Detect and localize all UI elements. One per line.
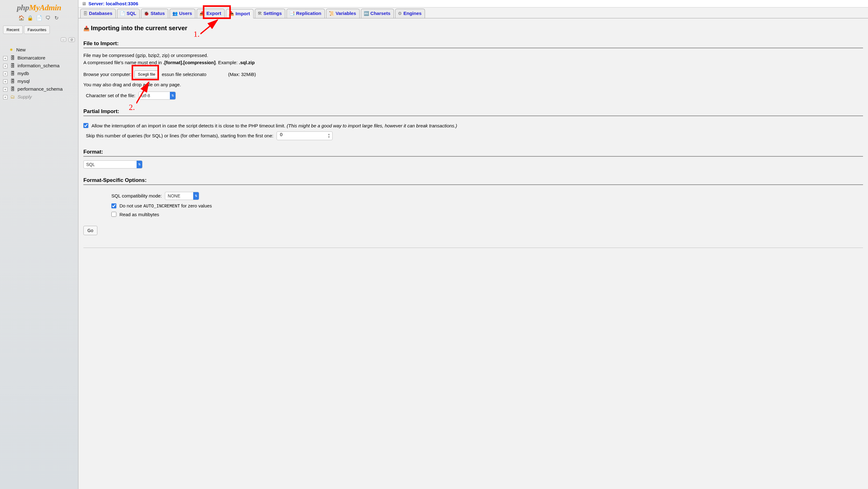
expand-icon[interactable]: + <box>3 71 7 76</box>
tab-sql[interactable]: 📄SQL <box>117 9 140 18</box>
charset-select[interactable]: utf-8 ⇅ <box>138 92 176 100</box>
auto-increment-checkbox[interactable] <box>112 203 116 208</box>
section-head-partial: Partial Import: <box>83 108 863 115</box>
file-import-desc: File may be compressed (gzip, bzip2, zip… <box>83 52 863 66</box>
tree-item-biomarcatore[interactable]: + 🗄 Biomarcatore <box>3 54 78 62</box>
query-icon[interactable]: 🗨 <box>45 15 51 21</box>
logo-php: php <box>17 3 29 12</box>
engines-icon: ⚙ <box>398 11 402 16</box>
stepper-icon[interactable]: ▲▼ <box>328 133 331 139</box>
allow-interrupt-label: Allow the interruption of an import in c… <box>91 123 287 128</box>
allow-interrupt-checkbox[interactable] <box>83 123 88 128</box>
server-bar[interactable]: 🖥 Server: localhost:3306 <box>79 0 868 7</box>
logo-admin: Admin <box>39 3 61 12</box>
main-panel: 🖥 Server: localhost:3306 🗄Databases 📄SQL… <box>79 0 868 489</box>
charset-label: Character set of the file: <box>86 93 135 98</box>
collapse-link-icon[interactable]: ⊘ <box>68 37 75 42</box>
import-icon: 📥 <box>83 26 90 31</box>
auto-increment-label: Do not use AUTO_INCREMENT for zero value… <box>120 203 212 209</box>
tab-variables[interactable]: 📜Variables <box>326 9 360 18</box>
multibytes-checkbox[interactable] <box>112 212 116 217</box>
expand-icon[interactable]: + <box>3 87 7 92</box>
drag-drop-note: You may also drag and drop a file on any… <box>83 81 863 88</box>
variables-icon: 📜 <box>329 11 334 16</box>
logout-icon[interactable]: 🔒 <box>27 15 33 21</box>
tab-status[interactable]: 🐞Status <box>141 9 168 18</box>
settings-icon: 🛠 <box>257 11 262 16</box>
expand-icon[interactable]: + <box>3 80 7 84</box>
browse-label: Browse your computer: <box>83 71 131 77</box>
section-partial-import: Partial Import: Allow the interruption o… <box>83 108 863 140</box>
section-head-file-import: File to Import: <box>83 40 863 47</box>
tab-engines[interactable]: ⚙Engines <box>395 9 425 18</box>
section-format: Format: SQL ⇅ <box>83 149 863 169</box>
db-icon: 🗄 <box>10 79 15 84</box>
tree-item-performance-schema[interactable]: + 🗄 performance_schema <box>3 85 78 93</box>
tab-export[interactable]: 📤Export <box>197 9 225 18</box>
db-tree: ✷ New + 🗄 Biomarcatore + 🗄 information_s… <box>0 44 78 100</box>
export-icon: 📤 <box>199 11 205 16</box>
skip-number-input[interactable]: 0 ▲▼ <box>277 132 333 140</box>
logo-my: My <box>29 3 39 12</box>
docs-icon[interactable]: 📄 <box>36 15 42 21</box>
import-icon: 📥 <box>229 11 234 16</box>
compat-select[interactable]: NONE ⇅ <box>165 192 199 200</box>
favourites-button[interactable]: Favourites <box>24 26 50 34</box>
no-file-selected: essun file selezionato <box>162 71 206 77</box>
tab-settings[interactable]: 🛠Settings <box>255 9 285 18</box>
tree-item-mysql[interactable]: + 🗄 mysql <box>3 77 78 85</box>
server-icon: 🖥 <box>81 1 87 6</box>
home-icon[interactable]: 🏠 <box>18 15 25 21</box>
expand-icon[interactable]: + <box>3 56 7 60</box>
section-head-format: Format: <box>83 149 863 155</box>
tab-users[interactable]: 👥Users <box>169 9 196 18</box>
expand-icon[interactable]: + <box>3 64 7 68</box>
sql-icon: 📄 <box>120 11 125 16</box>
recent-button[interactable]: Recent <box>3 26 23 34</box>
section-file-import: File to Import: File may be compressed (… <box>83 40 863 100</box>
new-db-icon: ✷ <box>9 47 14 53</box>
status-icon: 🐞 <box>144 11 149 16</box>
skip-label: Skip this number of queries (for SQL) or… <box>86 133 274 138</box>
tab-charsets[interactable]: 🔤Charsets <box>361 9 394 18</box>
format-select[interactable]: SQL ⇅ <box>83 161 143 169</box>
go-button[interactable]: Go <box>83 226 97 235</box>
max-size-label: (Max: 32MiB) <box>228 71 256 77</box>
tree-item-supply[interactable]: + 🗂 Supply <box>3 93 78 100</box>
tree-item-mydb[interactable]: + 🗄 mydb <box>3 69 78 77</box>
tab-databases[interactable]: 🗄Databases <box>80 9 116 18</box>
phpmyadmin-logo: phpMyAdmin <box>0 0 78 14</box>
sidebar-collapse-row: – ⊘ <box>0 35 78 44</box>
page-title: 📥Importing into the current server <box>83 25 863 32</box>
db-icon: 🗂 <box>10 94 15 99</box>
select-arrows-icon: ⇅ <box>193 192 199 200</box>
top-tabs: 🗄Databases 📄SQL 🐞Status 👥Users 📤Export 📥… <box>79 7 868 18</box>
content: 1. 📥Importing into the current server Fi… <box>79 18 868 257</box>
db-icon: 🗄 <box>10 55 15 60</box>
select-arrows-icon: ⇅ <box>170 92 176 99</box>
collapse-minus-icon[interactable]: – <box>61 37 66 42</box>
replication-icon: 📑 <box>289 11 294 16</box>
db-icon: 🗄 <box>10 63 15 68</box>
databases-icon: 🗄 <box>83 11 87 16</box>
allow-interrupt-note: (This might be a good way to import larg… <box>287 123 457 128</box>
footer-divider <box>83 248 863 248</box>
compat-label: SQL compatibility mode: <box>112 193 162 198</box>
charsets-icon: 🔤 <box>364 11 369 16</box>
multibytes-label: Read as multibytes <box>120 212 159 217</box>
refresh-icon[interactable]: ↻ <box>54 15 60 21</box>
expand-icon[interactable]: + <box>3 95 7 99</box>
tab-replication[interactable]: 📑Replication <box>286 9 325 18</box>
users-icon: 👥 <box>173 11 178 16</box>
choose-file-button[interactable]: Scegli file <box>134 70 159 78</box>
section-head-options: Format-Specific Options: <box>83 177 863 183</box>
tab-import[interactable]: 📥Import <box>226 9 253 18</box>
db-icon: 🗄 <box>10 71 15 76</box>
select-arrows-icon: ⇅ <box>136 161 142 168</box>
sidebar-icon-row: 🏠 🔒 📄 🗨 ↻ <box>0 14 78 24</box>
server-label: Server: localhost:3306 <box>88 1 138 6</box>
db-icon: 🗄 <box>10 86 15 92</box>
tree-item-information-schema[interactable]: + 🗄 information_schema <box>3 62 78 69</box>
tree-item-new[interactable]: ✷ New <box>3 46 78 54</box>
sidebar-tab-buttons: Recent Favourites <box>0 24 78 35</box>
